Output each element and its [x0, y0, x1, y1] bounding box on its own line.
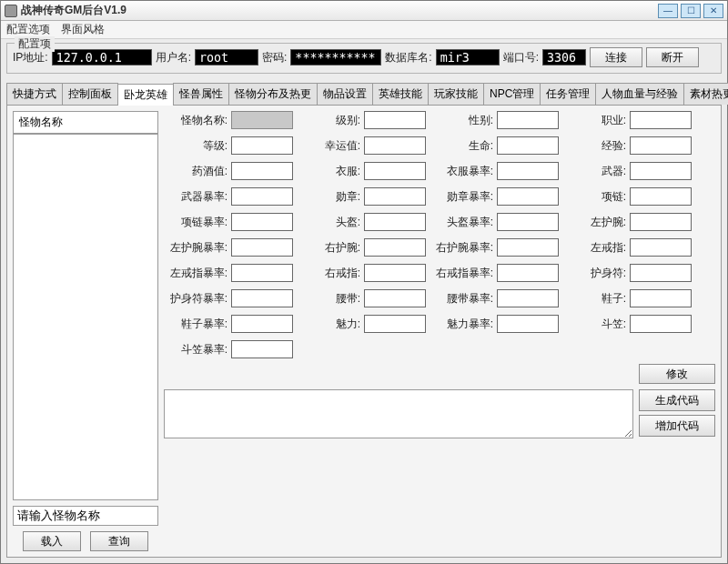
field-input[interactable]: [497, 264, 559, 282]
field-input[interactable]: [364, 289, 426, 307]
field-label: 性别:: [430, 113, 493, 128]
pass-input[interactable]: [290, 49, 381, 65]
field-input[interactable]: [364, 111, 426, 129]
field-label: 斗笠暴率:: [164, 342, 228, 358]
field-input[interactable]: [497, 187, 559, 206]
close-button[interactable]: ✕: [703, 4, 723, 18]
ip-label: IP地址:: [13, 50, 48, 65]
tab-9[interactable]: 任务管理: [540, 83, 596, 105]
load-button[interactable]: 载入: [23, 531, 81, 551]
field-label: 头盔暴率:: [430, 215, 493, 230]
field-label: 项链暴率:: [164, 215, 228, 230]
field-label: 项链:: [562, 189, 626, 205]
menu-config[interactable]: 配置选项: [6, 22, 50, 37]
field-label: 幸运值:: [297, 138, 360, 154]
field-input[interactable]: [630, 238, 692, 257]
tab-11[interactable]: 素材热更: [683, 83, 728, 105]
connect-button[interactable]: 连接: [590, 47, 642, 67]
field-input[interactable]: [231, 289, 293, 307]
titlebar: 战神传奇GM后台V1.9 — ☐ ✕: [1, 1, 727, 21]
maximize-button[interactable]: ☐: [681, 4, 701, 18]
user-input[interactable]: [195, 49, 258, 65]
field-label: 职业:: [562, 113, 626, 128]
gen-code-button[interactable]: 生成代码: [639, 389, 715, 411]
field-input[interactable]: [497, 238, 559, 257]
tab-3[interactable]: 怪兽属性: [173, 83, 229, 105]
field-input[interactable]: [364, 136, 426, 155]
user-label: 用户名:: [156, 50, 191, 65]
field-input[interactable]: [497, 111, 559, 129]
field-input[interactable]: [364, 187, 426, 206]
field-input[interactable]: [231, 136, 293, 155]
field-input[interactable]: [630, 315, 692, 333]
field-input[interactable]: [231, 162, 293, 180]
field-input[interactable]: [630, 187, 692, 206]
tab-4[interactable]: 怪物分布及热更: [228, 83, 318, 105]
field-input[interactable]: [231, 187, 293, 206]
field-label: 斗笠:: [562, 317, 626, 332]
field-label: 衣服:: [297, 164, 360, 179]
field-label: 药酒值:: [164, 164, 228, 179]
field-input[interactable]: [364, 213, 426, 231]
minimize-button[interactable]: —: [658, 4, 678, 18]
left-column: 怪物名称 载入 查询: [13, 111, 158, 551]
field-input[interactable]: [364, 315, 426, 333]
field-label: 级别:: [297, 113, 360, 128]
ip-input[interactable]: [52, 49, 152, 65]
search-input[interactable]: [13, 506, 158, 526]
tab-0[interactable]: 快捷方式: [6, 83, 63, 105]
field-grid: 怪物名称:级别:性别:职业:等级:幸运值:生命:经验:药酒值:衣服:衣服暴率:武…: [164, 111, 715, 358]
field-input[interactable]: [231, 213, 293, 231]
field-input[interactable]: [231, 238, 293, 257]
tab-10[interactable]: 人物血量与经验: [595, 83, 684, 105]
field-label: 等级:: [164, 138, 228, 154]
field-input[interactable]: [630, 162, 692, 180]
list-header: 怪物名称: [13, 111, 158, 134]
field-label: 头盔:: [297, 215, 360, 230]
right-column: 怪物名称:级别:性别:职业:等级:幸运值:生命:经验:药酒值:衣服:衣服暴率:武…: [164, 111, 715, 551]
field-label: 鞋子暴率:: [164, 317, 228, 332]
field-input[interactable]: [231, 315, 293, 333]
field-input[interactable]: [497, 162, 559, 180]
tab-5[interactable]: 物品设置: [317, 83, 373, 105]
code-textarea[interactable]: [164, 389, 633, 438]
field-input[interactable]: [630, 264, 692, 282]
field-input[interactable]: [364, 162, 426, 180]
field-label: 生命:: [430, 138, 493, 154]
field-input[interactable]: [497, 289, 559, 307]
modify-button[interactable]: 修改: [639, 364, 715, 384]
menu-skin[interactable]: 界面风格: [61, 22, 105, 37]
field-input[interactable]: [231, 340, 293, 358]
add-code-button[interactable]: 增加代码: [639, 415, 715, 437]
field-input[interactable]: [630, 289, 692, 307]
port-input[interactable]: [542, 49, 586, 65]
query-button[interactable]: 查询: [90, 531, 148, 551]
field-label: 右护腕暴率:: [430, 240, 493, 256]
config-fieldset: 配置项 IP地址: 用户名: 密码: 数据库名: 端口号: 连接 断开: [6, 43, 722, 74]
field-input[interactable]: [630, 213, 692, 231]
field-input[interactable]: [364, 264, 426, 282]
tab-body: 怪物名称 载入 查询 怪物名称:级别:性别:职业:等级:幸运值:生命:经验:药酒…: [6, 106, 722, 558]
field-input[interactable]: [497, 213, 559, 231]
field-input[interactable]: [497, 136, 559, 155]
disconnect-button[interactable]: 断开: [646, 47, 699, 67]
tab-7[interactable]: 玩家技能: [428, 83, 484, 105]
field-input[interactable]: [497, 315, 559, 333]
field-label: 左护腕暴率:: [164, 240, 228, 256]
monster-list[interactable]: [13, 134, 158, 500]
field-input[interactable]: [364, 238, 426, 257]
config-legend: 配置项: [15, 36, 55, 52]
field-label: 左戒指暴率:: [164, 266, 228, 281]
field-input[interactable]: [231, 111, 293, 129]
tab-1[interactable]: 控制面板: [62, 83, 118, 105]
db-input[interactable]: [436, 49, 500, 65]
field-input[interactable]: [630, 111, 692, 129]
db-label: 数据库名:: [385, 50, 431, 65]
tab-6[interactable]: 英雄技能: [372, 83, 429, 105]
field-label: 鞋子:: [562, 291, 626, 307]
field-input[interactable]: [630, 136, 692, 155]
tab-2[interactable]: 卧龙英雄: [117, 84, 174, 106]
field-label: 魅力:: [297, 317, 360, 332]
field-input[interactable]: [231, 264, 293, 282]
tab-8[interactable]: NPC管理: [483, 83, 541, 105]
